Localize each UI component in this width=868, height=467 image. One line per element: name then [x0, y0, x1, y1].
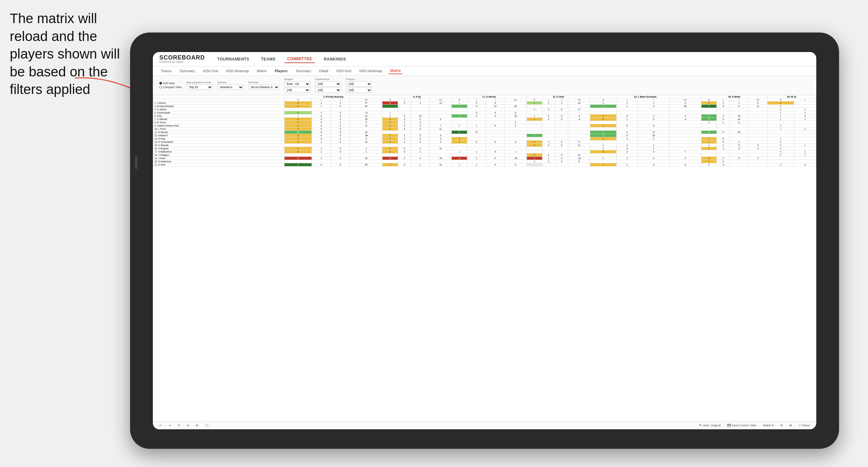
zoom-out-button[interactable]: ⊖: [185, 423, 191, 428]
matrix-cell: 24: [730, 115, 748, 118]
matrix-cell: 1: [398, 121, 411, 124]
matrix-cell: 0: [331, 118, 350, 121]
save-custom-button[interactable]: 💾 Save Custom View: [725, 423, 758, 428]
matrix-cell: 0: [555, 160, 568, 163]
matrix-cell: 1: [717, 121, 730, 124]
matrix-cell: 25: [504, 115, 527, 118]
matrix-cell: [730, 160, 748, 163]
matrix-cell: 0: [312, 118, 331, 121]
settings-button[interactable]: ⚙: [779, 423, 784, 428]
matrix-cell: 1: [638, 137, 669, 141]
matrix-cell: 0: [284, 121, 312, 124]
matrix-cell: 0: [590, 150, 616, 154]
matrix-cell: [430, 131, 452, 134]
undo-button[interactable]: ↩: [158, 423, 163, 428]
sub-t4: T: [555, 98, 568, 101]
matrix-cell: 11: [748, 105, 767, 108]
players-all-select[interactable]: (All): [346, 88, 372, 93]
region-label: Region: [284, 78, 310, 81]
matrix-cell: 1: [350, 147, 382, 150]
matrix-cell: [527, 147, 542, 150]
subnav-h2hgrid[interactable]: H2H Grid: [201, 68, 219, 74]
matrix-cell: 8: [568, 160, 590, 163]
refresh-button[interactable]: ↺: [176, 423, 182, 428]
subnav-players[interactable]: Players: [273, 68, 289, 74]
subnav-h2hgrid2[interactable]: H2H Grid: [335, 68, 353, 74]
matrix-cell: [452, 144, 467, 147]
subnav-summary2[interactable]: Summary: [294, 68, 313, 74]
sub-w2: W: [382, 98, 398, 101]
matrix-cell: 1: [767, 137, 794, 141]
matrix-cell: 1: [398, 141, 411, 144]
subnav-h2hheatmap[interactable]: H2H Heatmap: [224, 68, 250, 74]
matrix-cell: 10: [284, 131, 312, 134]
matrix-cell: 0: [398, 101, 411, 105]
conference-select[interactable]: (All): [315, 81, 341, 87]
matrix-cell: [430, 105, 452, 108]
matrix-cell: [430, 121, 452, 124]
bottom-toolbar: ↩ ↪ ↺ ⊖ ⊕ 🕐 👁 View: Original 💾 Save Cust…: [153, 421, 816, 429]
sub-l5: L: [616, 98, 638, 101]
matrix-cell: [312, 154, 331, 157]
nav-committee[interactable]: COMMITTEE: [285, 55, 315, 63]
app-header: SCOREBOARD Powered by clippd TOURNAMENTS…: [153, 52, 816, 66]
nav-rankings[interactable]: RANKINGS: [321, 56, 349, 63]
player-name-cell: 2. M Kelly Mulcahy: [153, 105, 285, 108]
redo-button[interactable]: ↪: [167, 423, 173, 428]
matrix-cell: [669, 111, 701, 115]
matrix-cell: 1: [527, 118, 542, 121]
matrix-cell: 0: [730, 121, 748, 124]
view-original-button[interactable]: 👁 View: Original: [697, 423, 722, 428]
matrix-cell: 11: [568, 144, 590, 147]
watch-button[interactable]: Watch ▾: [761, 423, 775, 428]
subnav-summary[interactable]: Summary: [178, 68, 196, 74]
matrix-cell: [730, 163, 748, 166]
conference-all-select[interactable]: (All): [315, 88, 341, 93]
matrix-cell: 1: [616, 118, 638, 121]
max-players-select[interactable]: Top 25: [187, 85, 213, 90]
full-view-radio[interactable]: [159, 82, 162, 85]
division-select[interactable]: NCAA Division II: [248, 85, 279, 90]
matrix-cell: 1: [382, 163, 398, 166]
players-select[interactable]: (All): [346, 81, 372, 87]
matrix-cell: [555, 147, 568, 150]
matrix-cell: -11: [350, 111, 382, 115]
subnav-matrix[interactable]: Matrix: [255, 68, 268, 74]
matrix-cell: [555, 163, 568, 166]
share-button[interactable]: ↗ Share: [797, 423, 811, 428]
full-view-label: Full View: [163, 82, 175, 85]
matrix-cell: 3: [284, 150, 312, 154]
region-all-select[interactable]: (All): [284, 88, 310, 93]
matrix-cell: [590, 108, 616, 111]
gender-select[interactable]: Women's: [218, 85, 244, 90]
region-select[interactable]: East - DII: [284, 81, 310, 87]
player-name-cell: 5. A Nomrowski: [153, 111, 285, 115]
matrix-cell: [467, 127, 486, 131]
subnav-matrix2[interactable]: Matrix: [389, 68, 402, 74]
matrix-cell: -4: [568, 115, 590, 118]
matrix-cell: 0: [312, 115, 331, 118]
matrix-content[interactable]: 2. M Kelly Mulcahy 6. A Dy 11. G Woods 2…: [153, 95, 816, 421]
subnav-teams[interactable]: Teams: [159, 68, 173, 74]
matrix-cell: 1: [590, 105, 616, 108]
nav-tournaments[interactable]: TOURNAMENTS: [215, 56, 252, 63]
matrix-cell: [590, 160, 616, 163]
matrix-cell: [542, 124, 555, 127]
matrix-cell: 0: [767, 150, 794, 154]
subnav-h2hheatmap2[interactable]: H2H Heatmap: [358, 68, 384, 74]
zoom-in-button[interactable]: ⊕: [194, 423, 200, 428]
compact-view-radio[interactable]: [159, 86, 162, 89]
nav-teams[interactable]: TEAMS: [258, 56, 278, 63]
matrix-cell: 4: [504, 141, 527, 144]
gender-filter: Gender Women's: [218, 81, 244, 90]
compact-view-option[interactable]: Compact View: [159, 86, 182, 89]
matrix-cell: 1: [382, 137, 398, 141]
matrix-cell: [398, 154, 411, 157]
full-view-option[interactable]: Full View: [159, 82, 182, 85]
clock-button[interactable]: 🕐: [203, 423, 210, 428]
subnav-detail[interactable]: Detail: [317, 68, 330, 74]
layout-button[interactable]: ⊞: [788, 423, 794, 428]
matrix-cell: [527, 105, 542, 108]
matrix-cell: [717, 127, 730, 131]
save-icon: 💾: [727, 424, 731, 427]
